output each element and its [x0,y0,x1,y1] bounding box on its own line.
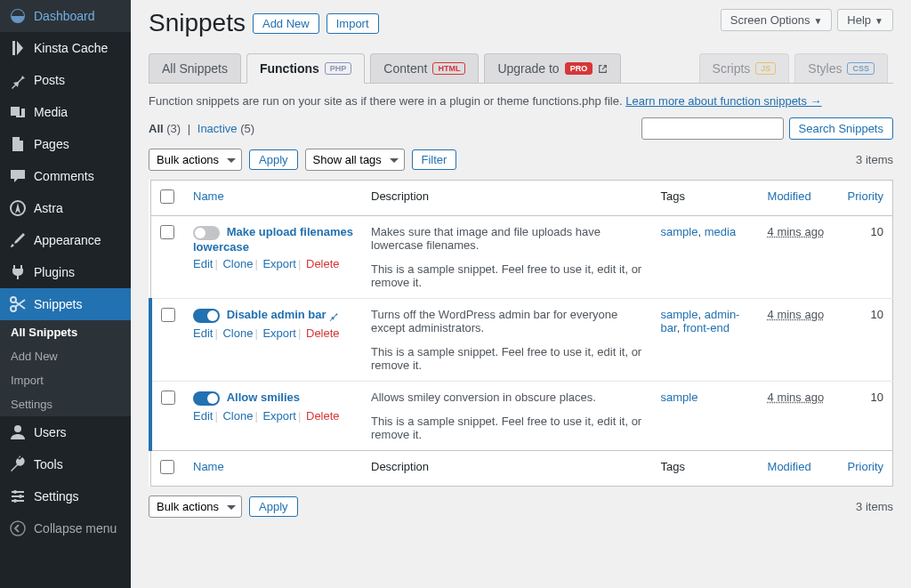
sidebar-label: Snippets [34,297,82,311]
pro-badge: PRO [565,62,593,75]
delete-link[interactable]: Delete [306,409,340,423]
filter-button[interactable]: Filter [412,149,457,170]
js-badge: JS [755,62,776,75]
activate-toggle[interactable] [193,391,220,406]
tab-upgrade[interactable]: Upgrade toPRO [484,53,621,83]
modified-time[interactable]: 4 mins ago [768,391,825,404]
pin-icon [328,310,339,321]
submenu-all-snippets[interactable]: All Snippets [0,320,131,344]
activate-toggle[interactable] [193,309,220,323]
table-row: Disable admin bar Edit| Clone| Export| D… [150,299,893,382]
submenu-settings[interactable]: Settings [0,392,131,416]
tab-content[interactable]: ContentHTML [370,53,479,83]
sidebar-item-snippets[interactable]: Snippets [0,288,131,320]
priority-value: 10 [839,216,893,299]
search-input[interactable] [641,117,784,140]
page-title: Snippets [149,9,246,37]
collapse-icon [9,520,27,537]
svg-point-3 [14,425,21,432]
export-link[interactable]: Export [262,326,296,340]
tab-styles[interactable]: StylesCSS [794,53,888,83]
activate-toggle[interactable] [193,226,220,240]
sidebar-item-plugins[interactable]: Plugins [0,256,131,288]
col-tags: Tags [652,451,759,487]
snippet-title[interactable]: Disable admin bar [227,308,327,321]
row-checkbox[interactable] [161,308,175,322]
sidebar-label: Dashboard [34,9,95,23]
learn-more-link[interactable]: Learn more about function snippets → [625,94,821,108]
sidebar-item-tools[interactable]: Tools [0,448,131,480]
col-modified[interactable]: Modified [759,181,839,216]
tag-link[interactable]: sample [661,308,698,321]
select-all-checkbox[interactable] [160,189,174,204]
tag-filter-select[interactable]: Show all tags [305,149,405,171]
col-description: Description [362,181,652,216]
tag-link[interactable]: front-end [683,321,730,334]
modified-time[interactable]: 4 mins ago [768,225,825,238]
sidebar-item-settings[interactable]: Settings [0,480,131,512]
sidebar-item-astra[interactable]: Astra [0,192,131,224]
col-priority[interactable]: Priority [839,181,893,216]
export-link[interactable]: Export [262,409,296,423]
import-button[interactable]: Import [327,13,379,34]
edit-link[interactable]: Edit [193,409,213,423]
sidebar-item-kinsta[interactable]: Kinsta Cache [0,32,131,64]
sidebar-item-appearance[interactable]: Appearance [0,224,131,256]
astra-icon [9,199,27,217]
sidebar-label: Comments [34,169,94,183]
row-checkbox[interactable] [161,391,175,405]
clone-link[interactable]: Clone [222,257,253,270]
snippet-note: This is a sample snippet. Feel free to u… [371,345,643,372]
delete-link[interactable]: Delete [306,326,340,340]
snippet-title[interactable]: Allow smilies [227,391,300,404]
sidebar-item-posts[interactable]: Posts [0,64,131,96]
bulk-actions-select[interactable]: Bulk actions [149,149,242,171]
search-button[interactable]: Search Snippets [789,117,893,140]
sidebar-item-media[interactable]: Media [0,96,131,128]
filter-inactive[interactable]: Inactive [198,122,238,135]
pages-icon [9,135,27,153]
sidebar-item-pages[interactable]: Pages [0,128,131,160]
tag-link[interactable]: sample [661,225,698,238]
media-icon [9,103,27,121]
col-name[interactable]: Name [184,181,362,216]
external-link-icon [598,64,608,74]
snippet-tags: sample, admin-bar, front-end [652,299,759,382]
row-checkbox[interactable] [160,225,174,239]
apply-button[interactable]: Apply [249,149,298,170]
tag-link[interactable]: media [705,225,736,238]
tab-all-snippets[interactable]: All Snippets [149,53,241,83]
user-icon [9,423,27,441]
sidebar-item-comments[interactable]: Comments [0,160,131,192]
tab-functions[interactable]: FunctionsPHP [246,53,365,84]
export-link[interactable]: Export [262,257,296,270]
sidebar-item-collapse[interactable]: Collapse menu [0,512,131,544]
select-all-checkbox[interactable] [160,460,174,474]
clone-link[interactable]: Clone [222,326,253,340]
col-name[interactable]: Name [184,451,362,487]
sidebar-label: Media [34,105,68,119]
clone-link[interactable]: Clone [222,409,253,423]
tag-link[interactable]: sample [661,391,698,404]
apply-button[interactable]: Apply [249,496,298,517]
sidebar-item-dashboard[interactable]: Dashboard [0,0,131,32]
edit-link[interactable]: Edit [193,257,213,270]
priority-value: 10 [839,299,893,382]
delete-link[interactable]: Delete [306,257,340,270]
sidebar-item-users[interactable]: Users [0,416,131,448]
brush-icon [9,231,27,249]
svg-point-7 [11,521,25,536]
add-new-button[interactable]: Add New [253,13,319,34]
filter-all[interactable]: All [149,122,164,135]
edit-link[interactable]: Edit [193,326,213,340]
col-modified[interactable]: Modified [759,451,839,487]
submenu-add-new[interactable]: Add New [0,344,131,368]
sidebar-label: Kinsta Cache [34,41,108,55]
bulk-actions-select[interactable]: Bulk actions [149,495,242,518]
type-tabs: All Snippets FunctionsPHP ContentHTML Up… [149,53,893,84]
svg-point-5 [19,495,22,498]
modified-time[interactable]: 4 mins ago [768,308,825,321]
col-priority[interactable]: Priority [839,451,893,487]
submenu-import[interactable]: Import [0,368,131,392]
tab-scripts[interactable]: ScriptsJS [699,53,790,83]
